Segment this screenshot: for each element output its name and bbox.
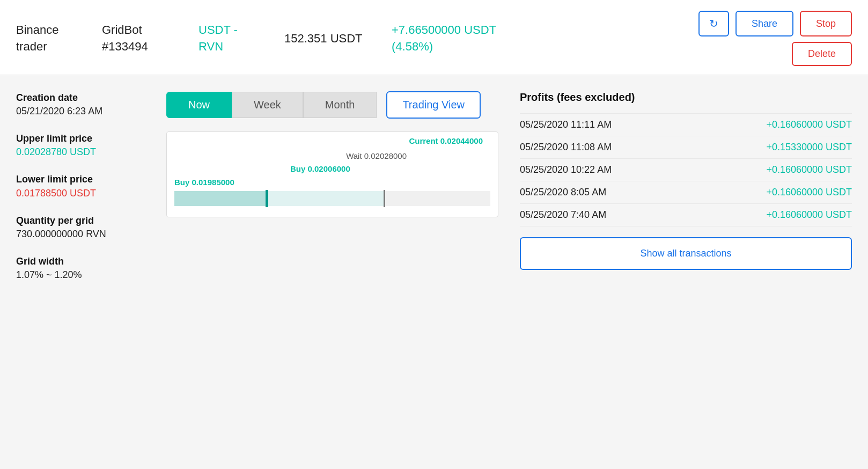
quantity-label: Quantity per grid [16, 214, 145, 228]
profit-date: 05/25/2020 7:40 AM [520, 209, 606, 221]
trader-name: Binance trader [16, 22, 80, 55]
profit-amount: +0.16060000 USDT [766, 164, 852, 175]
profit-row: 05/25/2020 10:22 AM+0.16060000 USDT [520, 159, 852, 181]
lower-limit-label: Lower limit price [16, 173, 145, 186]
buy-price-label-2: Buy 0.01985000 [174, 178, 234, 187]
chart-seg-2 [268, 191, 384, 206]
top-actions: ↻ Share Stop Delete [698, 11, 852, 66]
creation-date-label: Creation date [16, 91, 145, 105]
profit-row: 05/25/2020 7:40 AM+0.16060000 USDT [520, 204, 852, 226]
chart-seg-3 [385, 191, 490, 206]
lower-limit-section: Lower limit price 0.01788500 USDT [16, 173, 145, 199]
profit-amount: +0.16060000 USDT [766, 187, 852, 198]
filter-month-button[interactable]: Month [303, 92, 377, 118]
top-actions-row2: Delete [792, 42, 852, 66]
main-content: Creation date 05/21/2020 6:23 AM Upper l… [0, 75, 868, 469]
trading-pair: USDT - RVN [198, 22, 263, 55]
top-actions-row1: ↻ Share Stop [698, 11, 852, 36]
chart-area: Current 0.02044000 Wait 0.02028000 Buy 0… [166, 131, 498, 217]
grid-width-value: 1.07% ~ 1.20% [16, 269, 145, 281]
profit-row: 05/25/2020 11:11 AM+0.16060000 USDT [520, 113, 852, 136]
profit-row: 05/25/2020 11:08 AM+0.15330000 USDT [520, 136, 852, 159]
show-all-button[interactable]: Show all transactions [520, 237, 852, 270]
refresh-button[interactable]: ↻ [698, 11, 729, 36]
creation-date-section: Creation date 05/21/2020 6:23 AM [16, 91, 145, 117]
right-panel: Profits (fees excluded) 05/25/2020 11:11… [520, 91, 852, 469]
trading-view-button[interactable]: Trading View [386, 91, 481, 119]
top-bar: Binance trader GridBot #133494 USDT - RV… [0, 0, 868, 75]
grid-width-section: Grid width 1.07% ~ 1.20% [16, 255, 145, 281]
stop-button[interactable]: Stop [800, 11, 852, 36]
grid-width-label: Grid width [16, 255, 145, 268]
quantity-section: Quantity per grid 730.000000000 RVN [16, 214, 145, 240]
profit-row: 05/25/2020 8:05 AM+0.16060000 USDT [520, 181, 852, 204]
profit-amount: +0.15330000 USDT [766, 142, 852, 153]
profit-amount: +0.16060000 USDT [766, 119, 852, 130]
filter-week-button[interactable]: Week [232, 92, 303, 118]
upper-limit-label: Upper limit price [16, 132, 145, 145]
profit-amount: +0.16060000 USDT [766, 209, 852, 221]
bot-id: GridBot #133494 [102, 22, 177, 55]
current-price-label: Current 0.02044000 [409, 136, 483, 145]
wait-price-label: Wait 0.02028000 [346, 151, 407, 160]
upper-limit-value: 0.02028780 USDT [16, 146, 145, 158]
creation-date-value: 05/21/2020 6:23 AM [16, 106, 145, 117]
profit-date: 05/25/2020 11:11 AM [520, 119, 612, 130]
profit-date: 05/25/2020 11:08 AM [520, 142, 612, 153]
center-panel: Now Week Month Trading View Current 0.02… [166, 91, 498, 469]
profit-date: 05/25/2020 10:22 AM [520, 164, 612, 175]
time-filter: Now Week Month Trading View [166, 91, 498, 119]
share-button[interactable]: Share [735, 11, 793, 36]
lower-limit-value: 0.01788500 USDT [16, 188, 145, 199]
quantity-value: 730.000000000 RVN [16, 229, 145, 240]
delete-button[interactable]: Delete [792, 42, 852, 66]
profits-title: Profits (fees excluded) [520, 91, 852, 104]
left-panel: Creation date 05/21/2020 6:23 AM Upper l… [16, 91, 145, 469]
balance-value: 152.351 USDT [284, 32, 370, 46]
profits-list: 05/25/2020 11:11 AM+0.16060000 USDT05/25… [520, 113, 852, 226]
buy-price-label-1: Buy 0.02006000 [290, 164, 350, 173]
chart-track [174, 190, 490, 207]
upper-limit-section: Upper limit price 0.02028780 USDT [16, 132, 145, 158]
profit-date: 05/25/2020 8:05 AM [520, 187, 606, 198]
chart-seg-1 [174, 191, 266, 206]
filter-now-button[interactable]: Now [166, 92, 232, 118]
profit-value: +7.66500000 USDT (4.58%) [392, 22, 542, 55]
